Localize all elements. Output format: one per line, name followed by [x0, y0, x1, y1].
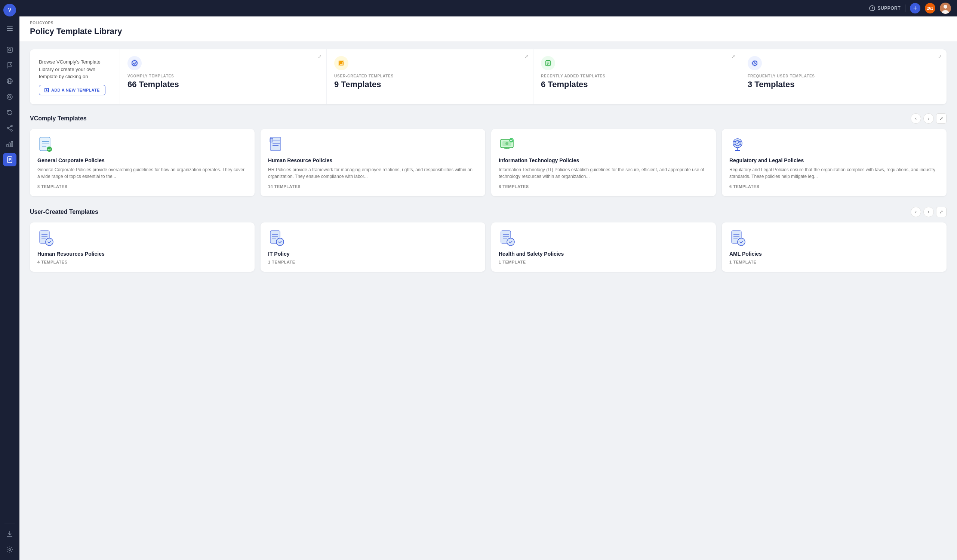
user-created-value: 9 Templates	[334, 80, 381, 89]
svg-text:V: V	[8, 8, 11, 13]
sidebar-item-settings[interactable]	[3, 543, 16, 556]
general-corporate-icon	[37, 136, 54, 153]
it-policies-count: 8 TEMPLATES	[499, 184, 708, 189]
recently-added-value: 6 Templates	[541, 80, 588, 89]
user-card-aml[interactable]: AML Policies 1 TEMPLATE	[722, 222, 946, 272]
add-new-template-button[interactable]: ADD A NEW TEMPLATE	[39, 85, 106, 95]
svg-rect-18	[9, 143, 11, 147]
stat-card-vcomply[interactable]: ⤢ VCOMPLY TEMPLATES 66 Templates	[120, 49, 326, 104]
vcomply-card-general-corporate[interactable]: General Corporate Policies General Corpo…	[30, 129, 254, 196]
topnav-divider	[905, 5, 905, 12]
ext-icon-recent: ⤢	[731, 54, 735, 60]
vcomply-card-it[interactable]: Information Technology Policies Informat…	[491, 129, 716, 196]
stat-card-recently-added[interactable]: ⤢ RECENTLY ADDED TEMPLATES 6 Templates	[533, 49, 740, 104]
vcomply-section-header: VComply Templates ‹ › ⤢	[30, 113, 946, 124]
user-aml-title: AML Policies	[730, 251, 939, 257]
svg-point-27	[872, 10, 873, 11]
svg-line-15	[9, 126, 11, 128]
it-policies-title: Information Technology Policies	[499, 158, 708, 163]
svg-point-29	[944, 5, 947, 9]
ext-icon-user: ⤢	[524, 54, 529, 60]
general-corporate-desc: General Corporate Policies provide overa…	[37, 166, 247, 180]
svg-point-14	[11, 130, 12, 131]
svg-point-93	[737, 238, 745, 246]
regulatory-policies-icon	[730, 136, 746, 153]
vcomply-card-hr[interactable]: Human Resource Policies HR Policies prov…	[261, 129, 485, 196]
sidebar-item-flag[interactable]	[3, 59, 16, 72]
ext-icon-vcomply: ⤢	[318, 54, 322, 60]
user-section-nav: ‹ › ⤢	[911, 207, 946, 217]
user-it-icon	[268, 230, 284, 246]
svg-rect-4	[7, 30, 13, 31]
user-section-title: User-Created Templates	[30, 208, 98, 215]
vcomply-section-title: VComply Templates	[30, 115, 87, 122]
vcomply-expand-button[interactable]: ⤢	[936, 113, 946, 124]
sidebar-item-circle[interactable]	[3, 90, 16, 104]
recently-added-icon	[541, 56, 555, 70]
regulatory-policies-desc: Regulatory and Legal Policies ensure tha…	[730, 166, 939, 180]
page-title: Policy Template Library	[30, 27, 946, 36]
svg-point-81	[276, 238, 284, 246]
sidebar-item-home[interactable]	[3, 43, 16, 57]
user-hr-title: Human Resources Policies	[37, 251, 247, 257]
user-card-it[interactable]: IT Policy 1 TEMPLATE	[261, 222, 485, 272]
sidebar-item-policy[interactable]	[3, 153, 16, 166]
sidebar-item-globe[interactable]	[3, 74, 16, 88]
sidebar-item-analytics[interactable]	[3, 137, 16, 151]
svg-line-16	[9, 129, 11, 130]
recently-added-label: RECENTLY ADDED TEMPLATES	[541, 74, 606, 78]
vcomply-cards-grid: General Corporate Policies General Corpo…	[30, 129, 946, 196]
hr-policies-desc: HR Policies provide a framework for mana…	[268, 166, 478, 180]
sidebar-menu-toggle[interactable]	[3, 22, 16, 35]
stat-card-frequently-used[interactable]: ⤢ FREQUENTLY USED TEMPLATES 3 Templates	[740, 49, 946, 104]
support-button[interactable]: SUPPORT	[869, 5, 900, 11]
hr-policies-count: 14 TEMPLATES	[268, 184, 478, 189]
sidebar: V	[0, 0, 19, 560]
page-header: POLICYOPS Policy Template Library	[19, 16, 957, 42]
breadcrumb: POLICYOPS	[30, 21, 946, 25]
vcomply-prev-button[interactable]: ‹	[911, 113, 921, 124]
svg-point-87	[507, 238, 514, 246]
regulatory-policies-count: 6 TEMPLATES	[730, 184, 939, 189]
user-avatar[interactable]	[940, 3, 951, 14]
user-card-hr[interactable]: Human Resources Policies 4 TEMPLATES	[30, 222, 254, 272]
ext-icon-freq: ⤢	[938, 54, 942, 60]
add-button[interactable]: +	[910, 3, 921, 13]
user-aml-count: 1 TEMPLATE	[730, 260, 939, 264]
vcomply-icon	[128, 56, 142, 70]
user-section-header: User-Created Templates ‹ › ⤢	[30, 207, 946, 217]
svg-point-12	[11, 125, 12, 127]
frequently-used-value: 3 Templates	[748, 80, 795, 89]
user-card-health[interactable]: Health and Safety Policies 1 TEMPLATE	[491, 222, 716, 272]
sidebar-item-share[interactable]	[3, 121, 16, 135]
sidebar-item-refresh[interactable]	[3, 106, 16, 119]
intro-text: Browse VComply's Template Library or cre…	[39, 58, 111, 80]
notification-button[interactable]: 261	[925, 3, 935, 13]
user-expand-button[interactable]: ⤢	[936, 207, 946, 217]
sidebar-item-download[interactable]	[3, 527, 16, 541]
svg-rect-19	[11, 141, 13, 147]
app-logo[interactable]: V	[3, 4, 16, 16]
frequently-used-label: FREQUENTLY USED TEMPLATES	[748, 74, 815, 78]
svg-point-66	[733, 139, 742, 148]
svg-point-13	[7, 128, 9, 129]
vcomply-section-nav: ‹ › ⤢	[911, 113, 946, 124]
svg-point-62	[505, 142, 509, 145]
user-next-button[interactable]: ›	[923, 207, 934, 217]
svg-rect-2	[7, 26, 13, 27]
user-hr-icon	[37, 230, 54, 246]
vcomply-next-button[interactable]: ›	[923, 113, 934, 124]
support-label: SUPPORT	[877, 6, 900, 11]
svg-point-25	[9, 549, 11, 551]
user-prev-button[interactable]: ‹	[911, 207, 921, 217]
vcomply-value: 66 Templates	[128, 80, 179, 89]
vcomply-label: VCOMPLY TEMPLATES	[128, 74, 174, 78]
user-created-label: USER-CREATED TEMPLATES	[334, 74, 394, 78]
stat-card-user-created[interactable]: ⤢ USER-CREATED TEMPLATES 9 Templates	[326, 49, 533, 104]
main-content: Browse VComply's Template Library or cre…	[19, 42, 957, 560]
user-health-title: Health and Safety Policies	[499, 251, 708, 257]
vcomply-card-regulatory[interactable]: Regulatory and Legal Policies Regulatory…	[722, 129, 946, 196]
svg-point-51	[47, 147, 52, 152]
user-health-icon	[499, 230, 515, 246]
svg-rect-3	[7, 28, 13, 29]
